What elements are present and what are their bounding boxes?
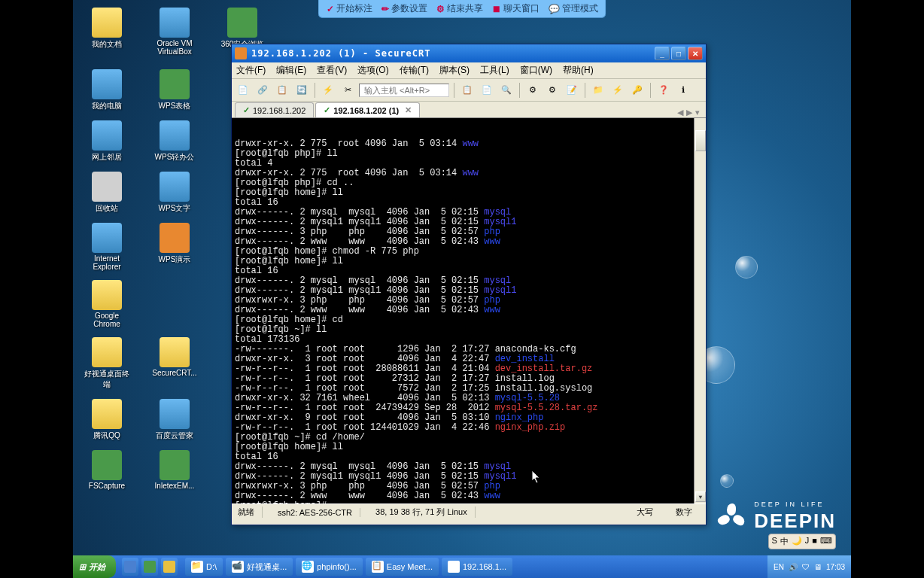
desktop-icon-Internet Explorer[interactable]: Internet Explorer: [84, 223, 129, 271]
tab-close-icon[interactable]: ✕: [405, 105, 412, 115]
log-icon[interactable]: 📝: [564, 82, 580, 99]
paste-icon[interactable]: 📄: [479, 82, 495, 99]
session-options-icon[interactable]: ⚙: [524, 82, 541, 99]
desktop-icon-Oracle VM VirtualBox[interactable]: Oracle VM VirtualBox: [152, 8, 197, 60]
meeting-tool-2[interactable]: ⚙ 结束共享: [436, 2, 483, 15]
terminal-line: [root@lfqb home]# ll: [235, 188, 703, 198]
terminal-line: [root@lfqb home]# ll: [235, 257, 703, 266]
desktop-icon-InletexEM...[interactable]: InletexEM...: [152, 450, 197, 490]
ime-button[interactable]: J: [805, 536, 810, 547]
desktop-icon-百度云管家[interactable]: 百度云管家: [152, 399, 197, 441]
desktop-icon-回收站[interactable]: 回收站: [84, 172, 129, 214]
quick-launch-360[interactable]: [141, 558, 158, 576]
quick-launch-ie[interactable]: [122, 558, 138, 576]
terminal-scrollbar[interactable]: ▲ ▼: [694, 118, 706, 503]
script-icon[interactable]: ⚡: [609, 82, 626, 99]
system-tray[interactable]: EN 🔊 🛡 🖥 17:03: [767, 555, 851, 578]
tab-prev-icon[interactable]: ◀: [677, 108, 683, 117]
tab-next-icon[interactable]: ▶: [686, 108, 692, 117]
desktop-icon-我的文档[interactable]: 我的文档: [84, 8, 129, 60]
disconnect-icon[interactable]: 📋: [274, 82, 290, 99]
about-icon[interactable]: ℹ: [675, 82, 691, 99]
meeting-tool-0[interactable]: ✓ 开始标注: [327, 2, 372, 15]
taskbar-app-icon: 📋: [372, 561, 384, 573]
desktop-icon-SecureCRT...[interactable]: SecureCRT...: [152, 337, 197, 390]
maximize-button[interactable]: □: [671, 47, 686, 60]
taskbar-app-icon: 📁: [191, 561, 203, 573]
meeting-tool-3[interactable]: ⏹ 聊天窗口: [492, 2, 540, 15]
transfer-icon[interactable]: 📁: [590, 82, 606, 99]
ime-button[interactable]: 中: [780, 536, 789, 547]
menu-工具L[interactable]: 工具(L): [480, 64, 509, 77]
desktop-icon-WPS表格[interactable]: WPS表格: [152, 69, 197, 111]
meeting-tool-1[interactable]: ✏ 参数设置: [381, 2, 427, 15]
reconnect-icon[interactable]: 🔄: [293, 82, 310, 99]
menu-查看V[interactable]: 查看(V): [317, 64, 347, 77]
quick-launch-chrome[interactable]: [161, 558, 178, 576]
desktop-icon-WPS演示[interactable]: WPS演示: [152, 223, 197, 271]
start-button[interactable]: ⊞ 开始: [73, 555, 116, 578]
quick-connect-icon[interactable]: ⚡: [320, 82, 336, 99]
menu-脚本S[interactable]: 脚本(S): [439, 64, 470, 77]
ime-button[interactable]: 🌙: [792, 536, 802, 547]
new-session-icon[interactable]: 📄: [235, 82, 251, 99]
terminal-output[interactable]: drwxr-xr-x. 2 775 root 4096 Jan 5 03:14 …: [232, 118, 706, 503]
terminal-line: [root@lfqb ~]# ll: [235, 325, 703, 335]
taskbar-item[interactable]: 🖥192.168.1...: [442, 558, 512, 576]
desktop-icon-FSCapture[interactable]: FSCapture: [84, 450, 129, 490]
taskbar-item[interactable]: 📹好视通桌...: [226, 558, 293, 576]
session-tab[interactable]: ✓192.168.1.202: [235, 102, 314, 117]
scroll-thumb[interactable]: [695, 130, 706, 151]
global-options-icon[interactable]: ⚙: [544, 82, 561, 99]
menu-帮助H[interactable]: 帮助(H): [563, 64, 594, 77]
key-icon[interactable]: 🔑: [629, 82, 646, 99]
ime-button[interactable]: ⌨: [820, 536, 832, 547]
taskbar-item[interactable]: 📁D:\: [185, 558, 223, 576]
tab-menu-icon[interactable]: ▾: [695, 108, 700, 117]
ime-button[interactable]: ■: [812, 536, 817, 547]
tray-shield-icon[interactable]: 🛡: [802, 563, 810, 571]
titlebar[interactable]: 192.168.1.202 (1) - SecureCRT _ □ ✕: [232, 44, 706, 62]
menu-窗口W[interactable]: 窗口(W): [520, 64, 552, 77]
tray-clock[interactable]: 17:03: [826, 563, 845, 571]
deepin-fan-icon: [716, 502, 746, 532]
taskbar-app-icon: 🌐: [302, 561, 314, 573]
help-icon[interactable]: ❓: [655, 82, 672, 99]
status-ready: 就绪: [238, 507, 263, 518]
terminal-line: [root@lfqb home]# ll: [235, 443, 703, 452]
tray-lang[interactable]: EN: [774, 563, 784, 571]
find-icon[interactable]: 🔍: [498, 82, 515, 99]
app-icon: [235, 47, 247, 59]
tray-network-icon[interactable]: 🖥: [814, 563, 822, 571]
desktop-icon-WPS轻办公[interactable]: WPS轻办公: [152, 120, 197, 163]
session-tabs: ✓192.168.1.202✓192.168.1.202 (1)✕◀▶▾: [232, 102, 706, 118]
scroll-down-button[interactable]: ▼: [695, 491, 706, 502]
meeting-tool-4[interactable]: 💬 管理模式: [549, 2, 598, 15]
securecrt-window: 192.168.1.202 (1) - SecureCRT _ □ ✕ 文件(F…: [231, 44, 707, 525]
taskbar-item[interactable]: 📋Easy Meet...: [366, 558, 439, 576]
host-input[interactable]: [359, 84, 449, 97]
desktop-icon-Google Chrome[interactable]: Google Chrome: [84, 280, 129, 328]
desktop-icon-网上邻居[interactable]: 网上邻居: [84, 120, 129, 163]
connect-icon[interactable]: 🔗: [254, 82, 271, 99]
mouse-cursor: [532, 470, 541, 484]
menu-编辑E[interactable]: 编辑(E): [276, 64, 306, 77]
ime-indicator[interactable]: S中🌙J■⌨: [768, 534, 837, 549]
close-button[interactable]: ✕: [688, 47, 703, 60]
taskbar-item[interactable]: 🌐phpinfo()...: [296, 558, 363, 576]
minimize-button[interactable]: _: [655, 47, 670, 60]
menu-文件F[interactable]: 文件(F): [236, 64, 266, 77]
desktop-icon-我的电脑[interactable]: 我的电脑: [84, 69, 129, 111]
tray-volume-icon[interactable]: 🔊: [789, 563, 798, 571]
desktop-icon-WPS文字[interactable]: WPS文字: [152, 172, 197, 214]
desktop-icon-好视通桌面终端[interactable]: 好视通桌面终端: [84, 337, 129, 390]
copy-icon[interactable]: 📋: [459, 82, 476, 99]
status-caps: 大写: [637, 507, 661, 518]
menu-传输T[interactable]: 传输(T): [400, 64, 429, 77]
ime-button[interactable]: S: [772, 536, 777, 547]
print-icon[interactable]: ✂: [339, 82, 356, 99]
desktop-icon-腾讯QQ[interactable]: 腾讯QQ: [84, 399, 129, 441]
menu-选项O[interactable]: 选项(O): [357, 64, 388, 77]
status-num: 数字: [676, 507, 700, 518]
session-tab[interactable]: ✓192.168.1.202 (1)✕: [315, 102, 420, 117]
